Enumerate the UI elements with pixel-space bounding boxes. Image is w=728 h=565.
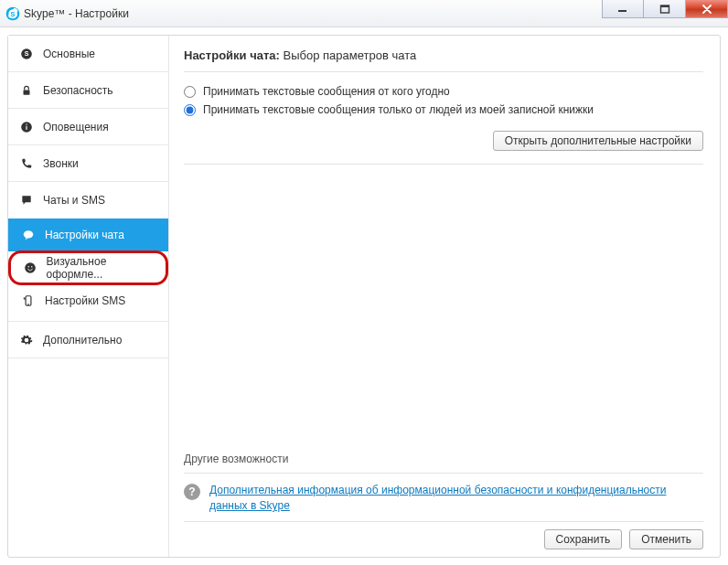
content-heading: Настройки чата: Выбор параметров чата — [184, 48, 703, 72]
svg-rect-9 — [26, 125, 27, 129]
sidebar-item-label: Настройки SMS — [45, 294, 125, 307]
svg-point-13 — [28, 266, 30, 268]
window-title: Skype™ - Настройки — [24, 7, 129, 20]
lock-icon — [19, 83, 34, 98]
sidebar-item-label: Звонки — [43, 157, 79, 170]
radio-label: Принимать текстовые сообщения только от … — [203, 103, 594, 116]
phone-icon — [19, 156, 34, 171]
sidebar-item-security[interactable]: Безопасность — [8, 72, 168, 109]
dialog-buttons: Сохранить Отменить — [184, 521, 703, 549]
svg-point-11 — [24, 230, 34, 238]
radio-contacts-input[interactable] — [184, 104, 196, 116]
sidebar: S Основные Безопасность Оповещения — [8, 36, 169, 557]
maximize-button[interactable] — [644, 0, 686, 18]
svg-point-12 — [25, 262, 36, 273]
svg-rect-4 — [660, 5, 669, 7]
sidebar-item-general[interactable]: S Основные — [8, 36, 168, 72]
info-row: ? Дополнительная информация об информаци… — [184, 483, 703, 521]
svg-text:S: S — [25, 50, 29, 57]
sidebar-item-chat-settings[interactable]: Настройки чата — [8, 219, 168, 251]
sidebar-item-label: Визуальное оформле... — [46, 255, 155, 281]
svg-rect-2 — [618, 10, 626, 12]
content: Настройки чата: Выбор параметров чата Пр… — [169, 36, 720, 557]
sidebar-item-chats-sms[interactable]: Чаты и SMS — [8, 182, 168, 219]
svg-point-14 — [31, 266, 33, 268]
skype-logo: S — [5, 6, 20, 21]
svg-text:S: S — [11, 9, 16, 17]
heading-strong: Настройки чата: — [184, 48, 280, 62]
titlebar: S Skype™ - Настройки — [0, 0, 728, 27]
sidebar-item-sms-settings[interactable]: Настройки SMS — [8, 284, 168, 317]
security-info-link[interactable]: Дополнительная информация об информацион… — [209, 483, 703, 514]
sidebar-item-label: Безопасность — [43, 84, 113, 97]
chat-icon — [19, 193, 34, 208]
radio-anyone[interactable]: Принимать текстовые сообщения от кого уг… — [184, 85, 703, 98]
minimize-button[interactable] — [602, 0, 644, 18]
skype-icon: S — [19, 47, 34, 61]
radio-label: Принимать текстовые сообщения от кого уг… — [203, 85, 450, 98]
gear-icon — [19, 333, 34, 347]
info-icon — [19, 120, 34, 134]
save-button[interactable]: Сохранить — [544, 529, 623, 549]
radio-anyone-input[interactable] — [184, 86, 196, 98]
settings-panel: S Основные Безопасность Оповещения — [7, 35, 721, 558]
svg-rect-7 — [24, 90, 30, 94]
sidebar-item-notifications[interactable]: Оповещения — [8, 109, 168, 145]
sidebar-item-calls[interactable]: Звонки — [8, 145, 168, 182]
sidebar-item-label: Оповещения — [43, 121, 109, 133]
sidebar-item-label: Настройки чата — [45, 229, 124, 241]
sidebar-item-label: Основные — [43, 48, 95, 60]
radio-group: Принимать текстовые сообщения от кого уг… — [184, 85, 703, 116]
radio-contacts[interactable]: Принимать текстовые сообщения только от … — [184, 103, 703, 116]
smile-icon — [24, 261, 37, 275]
cancel-button[interactable]: Отменить — [629, 529, 703, 549]
sidebar-item-label: Чаты и SMS — [43, 194, 105, 207]
sidebar-item-advanced[interactable]: Дополнительно — [8, 322, 168, 358]
other-heading: Другие возможности — [184, 453, 703, 474]
sidebar-item-label: Дополнительно — [43, 334, 122, 346]
sms-phone-icon — [21, 293, 36, 308]
svg-rect-10 — [26, 123, 27, 124]
sidebar-item-appearance[interactable]: Визуальное оформле... — [8, 251, 168, 285]
chat-bubble-icon — [21, 228, 36, 242]
close-button[interactable] — [686, 0, 728, 18]
question-icon: ? — [184, 484, 200, 500]
heading-rest: Выбор параметров чата — [284, 48, 417, 62]
open-advanced-button[interactable]: Открыть дополнительные настройки — [493, 131, 703, 151]
window-controls — [602, 0, 728, 18]
